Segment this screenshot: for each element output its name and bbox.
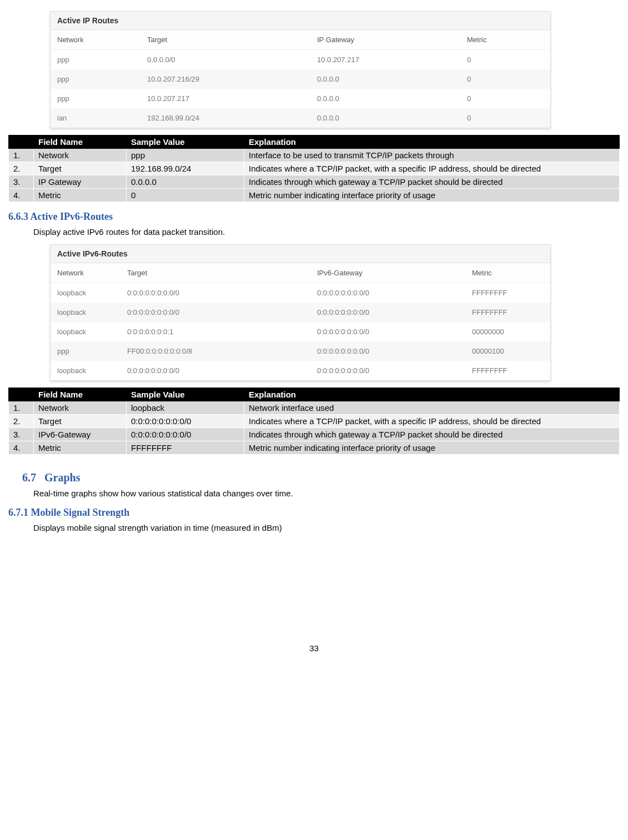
cell: FF00:0:0:0:0:0:0:0/8 [120,341,310,361]
cell: Metric number indicating interface prior… [244,441,620,455]
section-text: Display active IPv6 routes for data pack… [33,227,620,237]
cell: 192.168.99.0/24 [140,108,310,128]
cell: ppp [51,50,140,70]
col-header: Network [51,263,120,283]
cell: Metric [34,189,127,202]
cell: Network interface used [244,401,620,415]
table-row: 3.IPv6-Gateway0:0:0:0:0:0:0:0/0Indicates… [9,428,620,441]
heading-663: 6.6.3 Active IPv6-Routes [8,211,620,223]
cell: 0:0:0:0:0:0:0:0/0 [120,283,310,303]
cell: lan [51,108,140,128]
cell: loopback [51,283,120,303]
cell: IPv6-Gateway [34,428,127,441]
table-row: 2.Target0:0:0:0:0:0:0:0/0Indicates where… [9,415,620,428]
section-text: Displays mobile signal strength variatio… [33,523,620,532]
cell: 10.0.207.217 [310,50,460,70]
cell: 1. [9,401,34,415]
active-ipv6-routes-panel: Active IPv6-Routes Network Target IPv6-G… [50,244,551,381]
heading-671: 6.7.1 Mobile Signal Strength [8,507,620,519]
cell: Indicates through which gateway a TCP/IP… [244,428,620,441]
cell: IP Gateway [34,175,127,189]
cell: 0 [460,50,550,70]
cell: 2. [9,162,34,175]
cell: 0.0.0.0 [310,69,460,89]
table-row: 1.NetworkpppInterface to be used to tran… [9,149,620,162]
cell: Metric [34,441,127,455]
cell: Network [34,149,127,162]
cell: Target [34,415,127,428]
ipv4-routes-table: Network Target IP Gateway Metric ppp0.0.… [51,30,550,128]
ipv4-field-table: Field Name Sample Value Explanation 1.Ne… [8,135,620,202]
cell: 0.0.0.0 [310,89,460,108]
cell: loopback [127,401,244,415]
cell: 1. [9,149,34,162]
cell: Network [34,401,127,415]
cell: 3. [9,175,34,189]
cell: 0:0:0:0:0:0:0:0/0 [310,361,465,380]
cell: 3. [9,428,34,441]
table-row: 4.MetricFFFFFFFFMetric number indicating… [9,441,620,455]
col-header: IPv6-Gateway [310,263,465,283]
heading-title: Mobile Signal Strength [31,507,130,518]
panel-title: Active IPv6-Routes [51,245,550,263]
col-header [9,388,34,401]
cell: loopback [51,361,120,380]
col-header: Target [120,263,310,283]
cell: 192.168.99.0/24 [127,162,244,175]
col-header: IP Gateway [310,30,460,50]
cell: FFFFFFFF [465,361,550,380]
ipv6-routes-table: Network Target IPv6-Gateway Metric loopb… [51,263,550,380]
cell: Indicates through which gateway a TCP/IP… [244,175,620,189]
table-row: 1.NetworkloopbackNetwork interface used [9,401,620,415]
col-header: Metric [460,30,550,50]
cell: 0:0:0:0:0:0:0:1 [120,322,310,341]
col-header: Sample Value [127,135,244,149]
panel-title: Active IP Routes [51,12,550,30]
cell: loopback [51,322,120,341]
cell: 0 [460,89,550,108]
table-row: loopback0:0:0:0:0:0:0:0/00:0:0:0:0:0:0:0… [51,361,550,380]
table-row: ppp10.0.207.216/290.0.0.00 [51,69,550,89]
cell: loopback [51,303,120,322]
heading-title: Graphs [44,471,80,484]
table-row: 4.Metric0Metric number indicating interf… [9,189,620,202]
cell: ppp [51,89,140,108]
cell: Indicates where a TCP/IP packet, with a … [244,415,620,428]
cell: Interface to be used to transmit TCP/IP … [244,149,620,162]
cell: Indicates where a TCP/IP packet, with a … [244,162,620,175]
table-row: pppFF00:0:0:0:0:0:0:0/80:0:0:0:0:0:0:0/0… [51,341,550,361]
heading-title: Active IPv6-Routes [31,211,113,222]
section-text: Real-time graphs show how various statis… [33,489,620,498]
col-header: Explanation [244,388,620,401]
cell: 0 [460,69,550,89]
cell: 0:0:0:0:0:0:0:0/0 [310,322,465,341]
cell: 0:0:0:0:0:0:0:0/0 [120,361,310,380]
table-row: ppp0.0.0.0/010.0.207.2170 [51,50,550,70]
cell: 00000000 [465,322,550,341]
col-header: Network [51,30,140,50]
cell: ppp [127,149,244,162]
table-row: 3.IP Gateway0.0.0.0Indicates through whi… [9,175,620,189]
col-header: Field Name [34,135,127,149]
cell: 00000100 [465,341,550,361]
cell: FFFFFFFF [465,283,550,303]
table-row: loopback0:0:0:0:0:0:0:10:0:0:0:0:0:0:0/0… [51,322,550,341]
cell: ppp [51,69,140,89]
cell: ppp [51,341,120,361]
active-ip-routes-panel: Active IP Routes Network Target IP Gatew… [50,11,551,128]
col-header: Sample Value [127,388,244,401]
cell: 0:0:0:0:0:0:0:0/0 [310,303,465,322]
cell: 2. [9,415,34,428]
col-header [9,135,34,149]
cell: FFFFFFFF [127,441,244,455]
cell: 0:0:0:0:0:0:0:0/0 [127,415,244,428]
table-row: lan192.168.99.0/240.0.0.00 [51,108,550,128]
cell: 0.0.0.0 [310,108,460,128]
cell: 10.0.207.217 [140,89,310,108]
page-number: 33 [8,643,620,653]
col-header: Target [140,30,310,50]
table-row: 2.Target192.168.99.0/24Indicates where a… [9,162,620,175]
cell: 0:0:0:0:0:0:0:0/0 [310,283,465,303]
cell: 4. [9,189,34,202]
table-row: loopback0:0:0:0:0:0:0:0/00:0:0:0:0:0:0:0… [51,283,550,303]
